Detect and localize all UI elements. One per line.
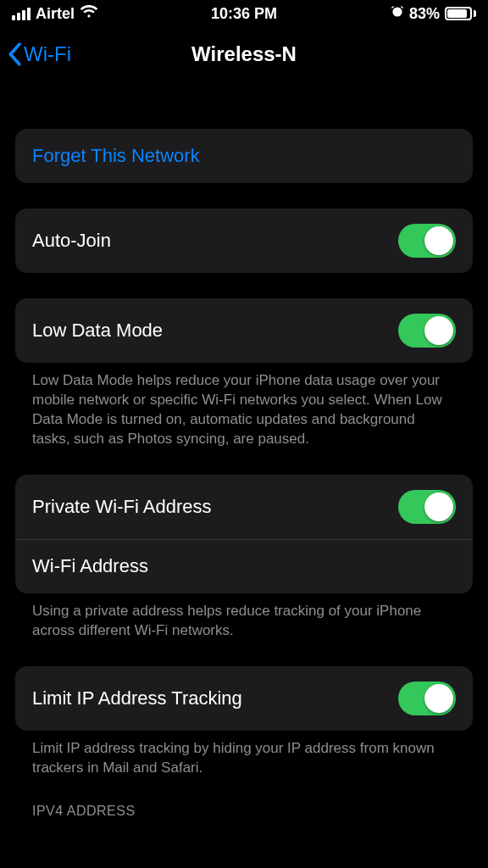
- page-title: Wireless-N: [191, 42, 297, 66]
- battery-percent: 83%: [409, 5, 440, 23]
- low-data-row[interactable]: Low Data Mode: [15, 298, 473, 363]
- ipv4-section-header: IPV4 ADDRESS: [15, 804, 473, 819]
- status-time: 10:36 PM: [211, 5, 277, 23]
- back-label: Wi-Fi: [24, 42, 71, 66]
- group-limit-tracking: Limit IP Address Tracking Limit IP addre…: [15, 666, 473, 778]
- status-right: 83%: [391, 5, 476, 23]
- forget-network-label: Forget This Network: [32, 145, 200, 167]
- low-data-toggle[interactable]: [398, 314, 456, 348]
- group-auto-join: Auto-Join: [15, 209, 473, 273]
- battery-icon: [445, 7, 476, 20]
- group-forget: Forget This Network: [15, 129, 473, 183]
- cellular-signal-icon: [12, 8, 30, 20]
- wifi-icon: [80, 5, 98, 23]
- private-address-footer: Using a private address helps reduce tra…: [15, 593, 473, 641]
- low-data-label: Low Data Mode: [32, 320, 163, 342]
- private-address-label: Private Wi-Fi Address: [32, 496, 212, 518]
- auto-join-toggle[interactable]: [398, 224, 456, 258]
- auto-join-label: Auto-Join: [32, 230, 111, 252]
- status-left: Airtel: [12, 5, 98, 23]
- low-data-footer: Low Data Mode helps reduce your iPhone d…: [15, 363, 473, 449]
- limit-tracking-row[interactable]: Limit IP Address Tracking: [15, 666, 473, 731]
- back-button[interactable]: Wi-Fi: [0, 42, 71, 66]
- status-bar: Airtel 10:36 PM 83%: [0, 0, 488, 27]
- limit-tracking-footer: Limit IP address tracking by hiding your…: [15, 731, 473, 778]
- wifi-address-label: Wi-Fi Address: [32, 555, 148, 577]
- private-address-toggle[interactable]: [398, 490, 456, 524]
- group-low-data: Low Data Mode Low Data Mode helps reduce…: [15, 298, 473, 449]
- carrier-label: Airtel: [36, 5, 75, 23]
- chevron-left-icon: [7, 42, 22, 66]
- forget-network-button[interactable]: Forget This Network: [15, 129, 473, 183]
- limit-tracking-label: Limit IP Address Tracking: [32, 687, 242, 709]
- limit-tracking-toggle[interactable]: [398, 682, 456, 715]
- private-address-row[interactable]: Private Wi-Fi Address: [15, 475, 473, 539]
- wifi-address-row[interactable]: Wi-Fi Address: [15, 539, 473, 593]
- nav-bar: Wi-Fi Wireless-N: [0, 27, 488, 81]
- group-private-address: Private Wi-Fi Address Wi-Fi Address Usin…: [15, 475, 473, 641]
- alarm-icon: [391, 5, 404, 22]
- settings-content: Forget This Network Auto-Join Low Data M…: [0, 129, 488, 819]
- auto-join-row[interactable]: Auto-Join: [15, 209, 473, 273]
